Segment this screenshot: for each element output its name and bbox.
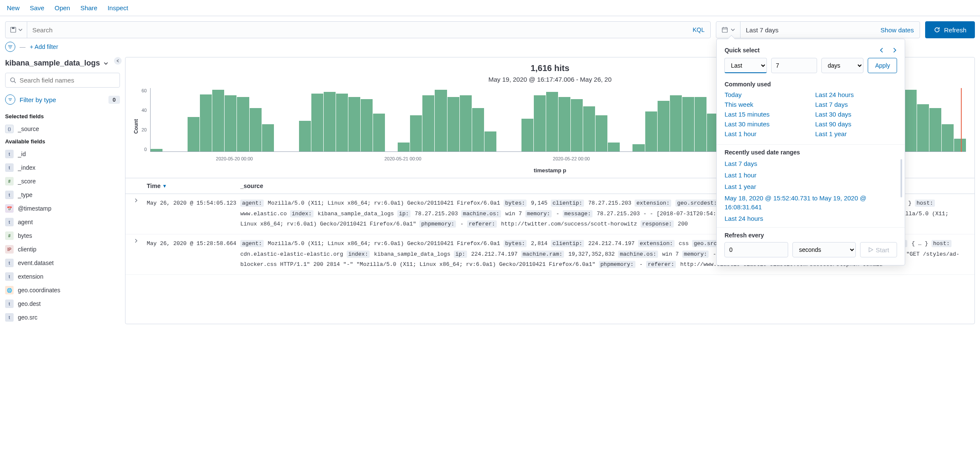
refresh-interval-input[interactable] [724, 242, 788, 257]
bar[interactable] [422, 95, 434, 151]
time-nav-next[interactable] [892, 48, 897, 53]
bar[interactable] [472, 108, 484, 151]
bar[interactable] [336, 94, 348, 151]
bar[interactable] [658, 101, 669, 151]
add-filter-link[interactable]: + Add filter [30, 43, 58, 50]
field-item[interactable]: tevent.dataset [5, 256, 120, 270]
collapse-sidebar-button[interactable] [114, 57, 122, 65]
bar[interactable] [410, 115, 422, 151]
bar[interactable] [435, 90, 447, 151]
common-last-30d[interactable]: Last 30 days [815, 111, 897, 118]
bar[interactable] [905, 90, 917, 151]
field-item[interactable]: 🌐geo.coordinates [5, 283, 120, 297]
bar[interactable] [237, 97, 249, 151]
bar[interactable] [645, 111, 657, 151]
menu-share[interactable]: Share [80, 4, 97, 11]
bar[interactable] [558, 97, 570, 151]
expand-row-button[interactable] [134, 198, 147, 230]
bar[interactable] [942, 124, 954, 151]
index-pattern-selector[interactable]: kibana_sample_data_logs [5, 57, 120, 73]
bar[interactable] [200, 94, 212, 151]
recent-item[interactable]: May 18, 2020 @ 15:52:40.731 to May 19, 2… [724, 194, 897, 211]
quick-tense-select[interactable]: Last [724, 58, 766, 73]
bar[interactable] [695, 97, 707, 151]
refresh-unit-select[interactable]: seconds [792, 242, 855, 257]
bar[interactable] [484, 131, 496, 151]
bar[interactable] [299, 121, 311, 151]
recent-item[interactable]: Last 7 days [724, 159, 897, 168]
bar[interactable] [534, 95, 546, 151]
menu-open[interactable]: Open [54, 4, 70, 11]
bar[interactable] [225, 95, 236, 151]
refresh-button[interactable]: Refresh [925, 21, 975, 38]
bar[interactable] [460, 95, 472, 151]
field-item[interactable]: tgeo.src [5, 311, 120, 324]
common-last-7d[interactable]: Last 7 days [815, 101, 897, 108]
date-range-text[interactable]: Last 7 days [741, 26, 875, 34]
quick-value-input[interactable] [771, 58, 817, 73]
show-dates-link[interactable]: Show dates [875, 26, 920, 34]
common-last-1y[interactable]: Last 1 year [815, 130, 897, 137]
time-nav-prev[interactable] [879, 48, 884, 53]
field-item[interactable]: 📅@timestamp [5, 202, 120, 215]
bar[interactable] [571, 99, 583, 151]
expand-row-button[interactable] [134, 239, 147, 270]
field-search-input[interactable] [20, 77, 115, 84]
refresh-start-button[interactable]: Start [860, 242, 897, 257]
common-last-15m[interactable]: Last 15 minutes [724, 111, 806, 118]
quick-unit-select[interactable]: days [821, 58, 863, 73]
bar[interactable] [954, 139, 966, 151]
bar[interactable] [262, 124, 274, 151]
bar[interactable] [398, 143, 410, 151]
filter-by-type-button[interactable]: Filter by type [5, 94, 56, 105]
bar[interactable] [212, 90, 224, 151]
common-last-90d[interactable]: Last 90 days [815, 120, 897, 128]
search-options-button[interactable] [6, 22, 27, 38]
common-last-30m[interactable]: Last 30 minutes [724, 120, 806, 128]
bar[interactable] [250, 108, 262, 151]
field-item[interactable]: t_id [5, 147, 120, 161]
field-item[interactable]: t_index [5, 161, 120, 174]
quick-apply-button[interactable]: Apply [868, 58, 897, 73]
bar[interactable] [151, 149, 162, 151]
menu-new[interactable]: New [7, 4, 20, 11]
global-filter-button[interactable] [5, 42, 15, 52]
bar[interactable] [188, 117, 199, 151]
bar[interactable] [373, 114, 385, 151]
field-item[interactable]: tgeo.dest [5, 297, 120, 311]
scrollbar[interactable] [900, 159, 902, 197]
common-this-week[interactable]: This week [724, 101, 806, 108]
field-item[interactable]: textension [5, 270, 120, 283]
field-item[interactable]: IPclientip [5, 242, 120, 256]
menu-inspect[interactable]: Inspect [108, 4, 128, 11]
common-today[interactable]: Today [724, 91, 806, 98]
col-time[interactable]: Time ▼ [147, 183, 240, 189]
bar[interactable] [361, 99, 373, 151]
bar[interactable] [929, 108, 941, 151]
bar[interactable] [670, 95, 682, 151]
bar[interactable] [311, 94, 323, 151]
field-search[interactable] [5, 73, 120, 88]
bar[interactable] [917, 104, 929, 151]
bar[interactable] [521, 119, 533, 151]
search-input[interactable] [27, 22, 687, 38]
bar[interactable] [324, 92, 336, 151]
kql-toggle[interactable]: KQL [687, 22, 710, 38]
bar[interactable] [595, 115, 607, 151]
field-item[interactable]: #bytes [5, 229, 120, 242]
date-quick-select-button[interactable] [716, 22, 741, 38]
field-item[interactable]: ⟨⟩_source [5, 122, 120, 136]
common-last-24h[interactable]: Last 24 hours [815, 91, 897, 98]
bar[interactable] [608, 143, 620, 151]
bar[interactable] [632, 144, 644, 151]
recent-item[interactable]: Last 1 hour [724, 171, 897, 180]
menu-save[interactable]: Save [30, 4, 44, 11]
recent-item[interactable]: Last 24 hours [724, 214, 897, 223]
recent-item[interactable]: Last 1 year [724, 182, 897, 191]
bar[interactable] [583, 106, 595, 151]
field-item[interactable]: #_score [5, 174, 120, 188]
bar[interactable] [682, 97, 694, 151]
bar[interactable] [447, 97, 459, 151]
common-last-1h[interactable]: Last 1 hour [724, 130, 806, 137]
bar[interactable] [546, 92, 558, 151]
